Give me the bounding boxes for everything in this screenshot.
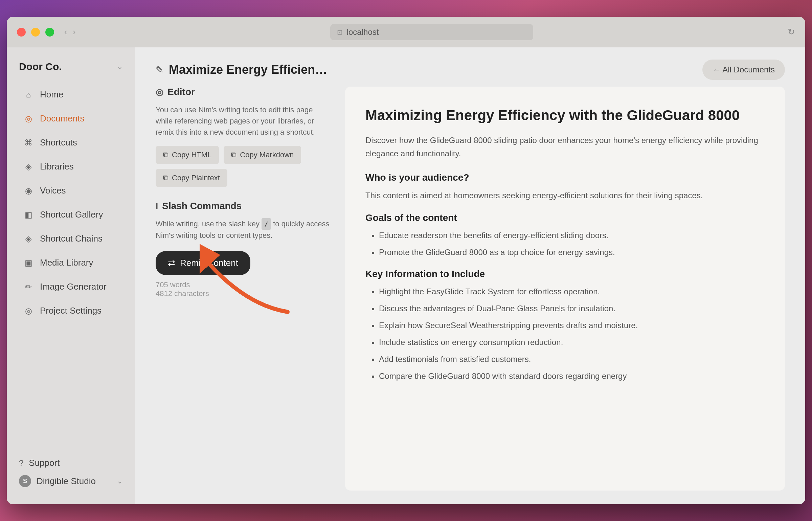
- slash-commands-title-text: Slash Commands: [162, 201, 242, 211]
- home-icon: ⌂: [23, 90, 34, 99]
- copy-html-icon: ⧉: [163, 151, 168, 159]
- editor-panel: ◎ Editor You can use Nim's writing tools…: [156, 87, 345, 491]
- copy-plaintext-icon: ⧉: [163, 174, 168, 182]
- browser-chrome: ‹ › ⊡ localhost ↻: [7, 17, 805, 47]
- browser-navigation: ‹ ›: [64, 27, 75, 37]
- goals-heading: Goals of the content: [365, 212, 765, 223]
- sidebar-item-voices[interactable]: ◉ Voices: [11, 179, 131, 202]
- goals-list: Educate readerson the benefits of energy…: [365, 229, 765, 258]
- workspace-chevron-icon[interactable]: ⌄: [117, 62, 123, 71]
- sidebar-item-label: Voices: [40, 185, 66, 196]
- forward-button[interactable]: ›: [73, 27, 76, 37]
- sidebar-workspace[interactable]: S Dirigible Studio ⌄: [19, 475, 123, 487]
- sidebar-item-label: Media Library: [40, 257, 93, 268]
- voices-icon: ◉: [23, 186, 34, 196]
- slash-commands-title: I Slash Commands: [156, 201, 332, 211]
- workspace-expand-icon: ⌄: [117, 477, 123, 485]
- sidebar: Door Co. ⌄ ⌂ Home ◎ Documents ⌘ Shortcut…: [7, 47, 135, 504]
- libraries-icon: ◈: [23, 162, 34, 172]
- reload-button[interactable]: ↻: [788, 27, 795, 37]
- slash-commands-section: I Slash Commands While writing, use the …: [156, 201, 332, 298]
- sidebar-item-label: Project Settings: [40, 305, 102, 316]
- main-content: ✎ Maximize Energy Efficien… ← All Docume…: [135, 47, 805, 504]
- traffic-lights: [17, 28, 54, 37]
- sidebar-item-shortcuts[interactable]: ⌘ Shortcuts: [11, 131, 131, 154]
- list-item: Include statistics on energy consumption…: [379, 336, 765, 348]
- document-title: Maximizing Energy Efficiency with the Gl…: [365, 107, 765, 124]
- sidebar-item-label: Shortcut Gallery: [40, 209, 103, 220]
- editor-section-icon: ◎: [156, 87, 163, 97]
- editor-section-title: ◎ Editor: [156, 87, 332, 97]
- document-preview[interactable]: Maximizing Energy Efficiency with the Gl…: [345, 87, 785, 491]
- slash-commands-icon: I: [156, 201, 158, 211]
- sidebar-item-label: Libraries: [40, 161, 74, 172]
- sidebar-item-image-generator[interactable]: ✏ Image Generator: [11, 275, 131, 298]
- editor-description: You can use Nim's writing tools to edit …: [156, 104, 332, 138]
- list-item: Discuss the advantages of Dual-Pane Glas…: [379, 302, 765, 315]
- maximize-button[interactable]: [45, 28, 54, 37]
- project-settings-icon: ◎: [23, 306, 34, 316]
- workspace-avatar: S: [19, 475, 31, 487]
- workspace-title: Door Co.: [19, 61, 62, 72]
- workspace-name: Dirigible Studio: [37, 476, 96, 486]
- sidebar-item-shortcut-gallery[interactable]: ◧ Shortcut Gallery: [11, 203, 131, 226]
- list-item: Explain how SecureSeal Weatherstripping …: [379, 319, 765, 332]
- all-documents-button[interactable]: ← All Documents: [702, 60, 785, 80]
- sidebar-nav: ⌂ Home ◎ Documents ⌘ Shortcuts ◈ Librari…: [7, 83, 135, 451]
- close-button[interactable]: [17, 28, 26, 37]
- copy-plaintext-button[interactable]: ⧉ Copy Plaintext: [156, 169, 227, 187]
- slash-commands-desc: While writing, use the slash key / to qu…: [156, 218, 332, 241]
- page-title-area: ✎ Maximize Energy Efficien…: [156, 63, 327, 77]
- sidebar-support[interactable]: ? Support: [19, 458, 123, 468]
- annotation-arrow: [200, 244, 294, 319]
- list-item: Compare the GlideGuard 8000 with standar…: [379, 370, 765, 382]
- copy-plaintext-group: ⧉ Copy Plaintext: [156, 169, 332, 187]
- copy-markdown-icon: ⧉: [231, 151, 236, 159]
- key-info-heading: Key Information to Include: [365, 269, 765, 279]
- browser-body: Door Co. ⌄ ⌂ Home ◎ Documents ⌘ Shortcut…: [7, 47, 805, 504]
- document-intro: Discover how the GlideGuard 8000 sliding…: [365, 134, 765, 160]
- documents-icon: ◎: [23, 114, 34, 123]
- list-item: Promote the GlideGuard 8000 as a top cho…: [379, 246, 765, 258]
- workspace-left: S Dirigible Studio: [19, 475, 96, 487]
- content-split: ◎ Editor You can use Nim's writing tools…: [135, 87, 805, 504]
- slash-key: /: [262, 218, 271, 230]
- copy-html-label: Copy HTML: [172, 151, 211, 159]
- sidebar-item-documents[interactable]: ◎ Documents: [11, 107, 131, 130]
- shortcuts-icon: ⌘: [23, 138, 34, 148]
- address-bar-icon: ⊡: [337, 28, 343, 36]
- slash-desc-part1: While writing, use the slash key: [156, 220, 260, 228]
- media-library-icon: ▣: [23, 258, 34, 268]
- copy-buttons-group: ⧉ Copy HTML ⧉ Copy Markdown: [156, 146, 332, 164]
- sidebar-item-media-library[interactable]: ▣ Media Library: [11, 251, 131, 274]
- shortcut-gallery-icon: ◧: [23, 210, 34, 220]
- address-bar-input[interactable]: ⊡ localhost: [330, 24, 533, 40]
- remix-icon: ⇄: [168, 258, 175, 268]
- sidebar-item-label: Documents: [40, 113, 85, 124]
- sidebar-item-label: Home: [40, 89, 63, 100]
- image-generator-icon: ✏: [23, 282, 34, 292]
- remix-area: ⇄ Remix Content: [156, 251, 332, 275]
- list-item: Add testimonials from satisfied customer…: [379, 353, 765, 365]
- back-button[interactable]: ‹: [64, 27, 67, 37]
- page-header: ✎ Maximize Energy Efficien… ← All Docume…: [135, 47, 805, 87]
- sidebar-item-label: Image Generator: [40, 281, 107, 292]
- copy-plaintext-label: Copy Plaintext: [172, 174, 220, 182]
- list-item: Highlight the EasyGlide Track System for…: [379, 286, 765, 298]
- key-info-list: Highlight the EasyGlide Track System for…: [365, 286, 765, 382]
- edit-icon: ✎: [156, 64, 163, 75]
- audience-heading: Who is your audience?: [365, 172, 765, 183]
- minimize-button[interactable]: [31, 28, 40, 37]
- editor-title-text: Editor: [167, 87, 195, 97]
- support-label: Support: [29, 458, 60, 468]
- sidebar-header: Door Co. ⌄: [7, 58, 135, 83]
- sidebar-item-home[interactable]: ⌂ Home: [11, 83, 131, 106]
- sidebar-item-label: Shortcut Chains: [40, 233, 103, 244]
- address-text: localhost: [347, 27, 379, 37]
- sidebar-item-shortcut-chains[interactable]: ◈ Shortcut Chains: [11, 227, 131, 250]
- sidebar-item-libraries[interactable]: ◈ Libraries: [11, 155, 131, 178]
- copy-markdown-button[interactable]: ⧉ Copy Markdown: [224, 146, 301, 164]
- copy-html-button[interactable]: ⧉ Copy HTML: [156, 146, 219, 164]
- sidebar-item-label: Shortcuts: [40, 137, 77, 148]
- sidebar-item-project-settings[interactable]: ◎ Project Settings: [11, 299, 131, 322]
